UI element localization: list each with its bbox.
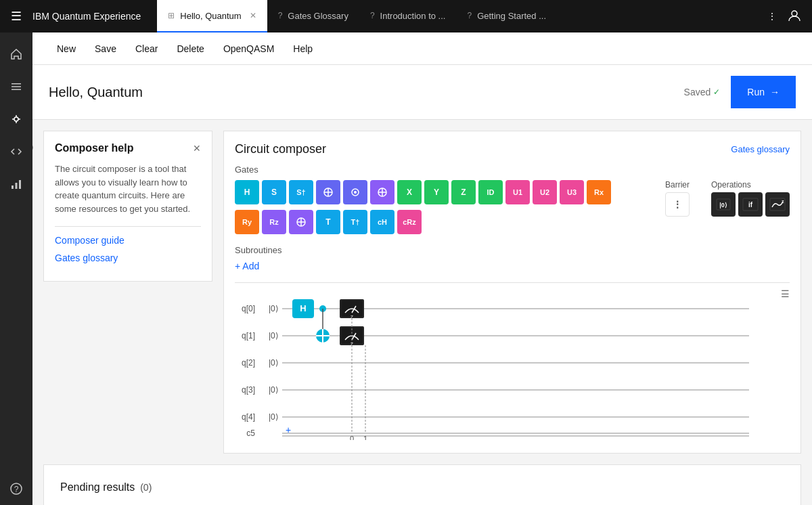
run-button[interactable]: Run → [731,76,796,108]
user-icon[interactable] [788,9,801,24]
ops-group: Operations |0⟩ [711,180,790,222]
sidebar-item-home[interactable] [0,38,32,70]
gate-st[interactable]: S† [289,180,313,204]
gate-u2[interactable]: U2 [533,180,557,204]
gates-barrier-ops: Barrier ⋮ Operations | [665,180,790,222]
gate-xx[interactable] [289,210,313,234]
subroutines-section: Subroutines + Add [235,245,790,271]
subroutines-label: Subroutines [235,245,790,255]
gate-cx-up[interactable] [316,180,340,204]
gate-rz[interactable]: Rz [262,210,286,234]
openqasm-button[interactable]: OpenQASM [215,38,282,60]
gate-u1[interactable]: U1 [505,180,530,204]
top-bar: ☰ IBM Quantum Experience ⊞ Hello, Quantu… [0,0,812,32]
gate-h[interactable]: H [235,180,259,204]
gates-glossary-link[interactable]: Gates glossary [55,252,201,263]
gate-rx[interactable]: Rx [587,180,611,204]
tab-getting-started[interactable]: ? Getting Started ... [456,0,557,32]
gate-ry[interactable]: Ry [235,210,259,234]
tab-icon: ? [278,11,283,20]
help-close-button[interactable]: ✕ [193,143,201,154]
sidebar: ? [0,32,32,505]
sidebar-item-code[interactable] [0,135,32,168]
tab-label: Hello, Quantum [180,11,241,21]
svg-rect-2 [12,86,21,87]
gate-id[interactable]: ID [478,180,503,204]
run-arrow-icon: → [770,87,780,97]
gate-if[interactable]: if [738,192,763,217]
gate-z[interactable]: Z [451,180,476,204]
run-label: Run [747,87,765,97]
tab-icon: ⊞ [168,11,175,20]
tab-hello-quantum[interactable]: ⊞ Hello, Quantum ✕ [157,0,267,32]
svg-point-16 [354,191,357,194]
more-icon[interactable]: ⋮ [767,11,777,22]
add-subroutine-button[interactable]: + Add [235,261,259,271]
header-right: Saved ✓ Run → [684,76,796,108]
sidebar-item-circuit[interactable] [0,103,32,135]
gates-section: Gates H S S† [235,164,790,271]
clear-button[interactable]: Clear [127,38,166,60]
gate-crz[interactable]: cRz [397,210,422,234]
gate-measure[interactable]: |0⟩ [711,192,736,217]
tab-introduction[interactable]: ? Introduction to ... [359,0,457,32]
gates-row-1: H S S† [235,180,611,204]
composer-guide-link[interactable]: Composer guide [55,235,201,246]
saved-status: Saved ✓ [684,87,721,97]
gate-cx-down[interactable] [343,180,367,204]
menu-icon[interactable]: ☰ [11,9,22,24]
app-title: IBM Quantum Experience [32,11,141,22]
gate-s[interactable]: S [262,180,286,204]
pending-title: Pending results [60,481,135,493]
gate-tdg[interactable]: T† [343,210,367,234]
q3-label: q[3] [242,385,255,395]
tab-label: Gates Glossary [288,11,348,21]
tab-gates-glossary[interactable]: ? Gates Glossary [267,0,359,32]
help-button[interactable]: Help [285,38,321,60]
gate-swap[interactable] [370,180,394,204]
save-button[interactable]: Save [87,38,125,60]
gate-t[interactable]: T [316,210,340,234]
tab-close-icon[interactable]: ✕ [250,11,256,20]
top-bar-right: ⋮ [767,9,801,24]
barrier-group: Barrier ⋮ [665,180,690,217]
q1-label: q[1] [242,331,255,341]
svg-rect-1 [12,83,21,85]
new-button[interactable]: New [49,38,84,60]
sidebar-item-chart[interactable] [0,168,32,200]
pending-count: (0) [140,482,152,493]
q0-init: |0⟩ [269,304,279,313]
tab-icon: ? [370,11,375,20]
sidebar-item-list[interactable] [0,70,32,103]
pending-results: Pending results (0) [43,464,801,505]
page-title: Hello, Quantum [49,85,143,100]
help-panel: i Composer help ✕ The circuit composer i… [43,131,212,282]
q4-label: q[4] [242,412,255,422]
svg-point-0 [792,11,797,16]
sidebar-item-help[interactable]: ? [0,473,32,505]
help-panel-title: Composer help [55,142,133,154]
svg-text:|0⟩: |0⟩ [719,202,727,208]
sidebar-bottom: ? [0,473,32,505]
gate-x[interactable]: X [397,180,422,204]
tab-icon: ? [467,11,472,20]
q2-label: q[2] [242,358,255,368]
gate-y[interactable]: Y [424,180,449,204]
classical-bit-0: 0 [350,435,354,440]
delete-button[interactable]: Delete [168,38,212,60]
gate-barrier[interactable]: ⋮ [665,192,690,217]
gate-u3[interactable]: U3 [560,180,584,204]
svg-text:z: z [782,199,784,204]
h-gate-label: H [300,303,306,313]
circuit-menu-icon[interactable]: ☰ [781,288,790,299]
page-header: Hello, Quantum Saved ✓ Run → [32,65,812,120]
gates-glossary-link-top[interactable]: Gates glossary [731,144,790,154]
q0-label: q[0] [242,304,255,313]
gate-noise[interactable]: z [765,192,790,217]
gates-row-2: Ry Rz T T† cH [235,210,611,234]
gate-ch[interactable]: cH [370,210,394,234]
barrier-label: Barrier [665,180,690,190]
circuit-title: Circuit composer [235,142,326,156]
q3-init: |0⟩ [269,385,279,395]
gates-rows: H S S† [235,180,611,240]
